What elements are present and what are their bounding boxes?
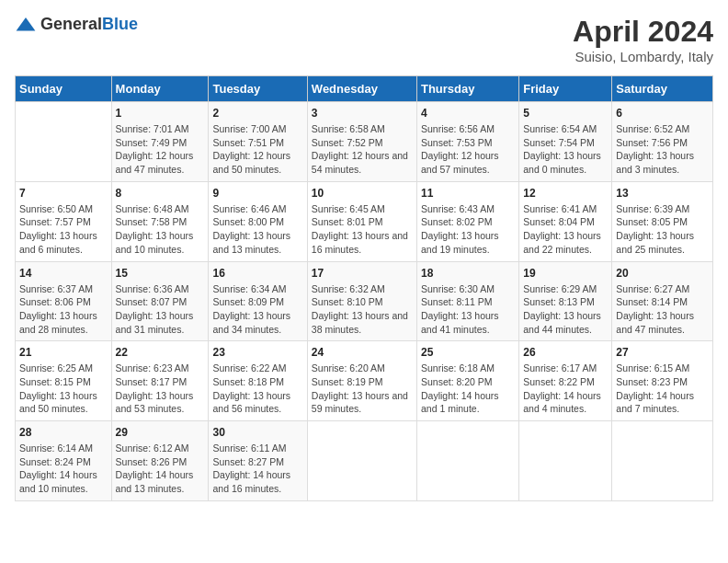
calendar-week-row: 28Sunrise: 6:14 AMSunset: 8:24 PMDayligh…	[16, 421, 713, 501]
day-detail: Sunrise: 6:52 AMSunset: 7:56 PMDaylight:…	[616, 122, 709, 177]
day-number: 22	[116, 346, 205, 359]
day-detail: Sunrise: 6:50 AMSunset: 7:57 PMDaylight:…	[19, 202, 108, 257]
day-detail: Sunrise: 6:36 AMSunset: 8:07 PMDaylight:…	[116, 282, 205, 337]
day-of-week-header: Tuesday	[209, 76, 307, 102]
calendar-cell	[519, 421, 612, 501]
calendar-cell: 26Sunrise: 6:17 AMSunset: 8:22 PMDayligh…	[519, 341, 612, 421]
calendar-week-row: 21Sunrise: 6:25 AMSunset: 8:15 PMDayligh…	[16, 341, 713, 421]
calendar-cell: 25Sunrise: 6:18 AMSunset: 8:20 PMDayligh…	[416, 341, 518, 421]
day-of-week-header: Saturday	[612, 76, 713, 102]
calendar-header-row: SundayMondayTuesdayWednesdayThursdayFrid…	[16, 76, 713, 102]
calendar-cell: 8Sunrise: 6:48 AMSunset: 7:58 PMDaylight…	[111, 181, 209, 261]
calendar-week-row: 14Sunrise: 6:37 AMSunset: 8:06 PMDayligh…	[16, 261, 713, 341]
page-header: GeneralBlue April 2024 Suisio, Lombardy,…	[15, 15, 713, 64]
day-number: 12	[523, 187, 608, 200]
day-number: 19	[523, 267, 608, 280]
calendar-week-row: 7Sunrise: 6:50 AMSunset: 7:57 PMDaylight…	[16, 181, 713, 261]
calendar-cell: 18Sunrise: 6:30 AMSunset: 8:11 PMDayligh…	[416, 261, 518, 341]
day-number: 30	[212, 426, 302, 439]
calendar-cell: 1Sunrise: 7:01 AMSunset: 7:49 PMDaylight…	[111, 102, 209, 182]
calendar-cell	[416, 421, 518, 501]
day-number: 16	[212, 267, 302, 280]
day-detail: Sunrise: 6:11 AMSunset: 8:27 PMDaylight:…	[212, 442, 302, 496]
day-detail: Sunrise: 6:43 AMSunset: 8:02 PMDaylight:…	[421, 202, 515, 257]
day-number: 28	[19, 426, 108, 439]
logo-text: GeneralBlue	[40, 15, 138, 34]
day-number: 18	[421, 267, 515, 280]
calendar-cell: 16Sunrise: 6:34 AMSunset: 8:09 PMDayligh…	[209, 261, 307, 341]
day-number: 1	[116, 107, 205, 120]
logo-icon	[15, 16, 37, 34]
day-detail: Sunrise: 6:41 AMSunset: 8:04 PMDaylight:…	[523, 202, 608, 257]
day-detail: Sunrise: 6:56 AMSunset: 7:53 PMDaylight:…	[421, 122, 515, 177]
calendar-cell: 10Sunrise: 6:45 AMSunset: 8:01 PMDayligh…	[307, 181, 416, 261]
day-detail: Sunrise: 6:46 AMSunset: 8:00 PMDaylight:…	[212, 202, 302, 257]
day-detail: Sunrise: 6:25 AMSunset: 8:15 PMDaylight:…	[19, 362, 108, 416]
day-detail: Sunrise: 6:27 AMSunset: 8:14 PMDaylight:…	[616, 282, 709, 337]
day-number: 8	[116, 187, 205, 200]
svg-marker-0	[17, 17, 36, 30]
calendar-cell: 15Sunrise: 6:36 AMSunset: 8:07 PMDayligh…	[111, 261, 209, 341]
day-of-week-header: Monday	[111, 76, 209, 102]
calendar-cell: 5Sunrise: 6:54 AMSunset: 7:54 PMDaylight…	[519, 102, 612, 182]
location: Suisio, Lombardy, Italy	[573, 49, 713, 64]
day-of-week-header: Sunday	[16, 76, 112, 102]
calendar-cell: 7Sunrise: 6:50 AMSunset: 7:57 PMDaylight…	[16, 181, 112, 261]
calendar-cell: 20Sunrise: 6:27 AMSunset: 8:14 PMDayligh…	[612, 261, 713, 341]
calendar-cell: 11Sunrise: 6:43 AMSunset: 8:02 PMDayligh…	[416, 181, 518, 261]
calendar-cell: 13Sunrise: 6:39 AMSunset: 8:05 PMDayligh…	[612, 181, 713, 261]
day-detail: Sunrise: 6:32 AMSunset: 8:10 PMDaylight:…	[312, 282, 413, 337]
day-detail: Sunrise: 6:12 AMSunset: 8:26 PMDaylight:…	[116, 442, 205, 496]
day-number: 25	[421, 346, 515, 359]
day-number: 15	[116, 267, 205, 280]
calendar-cell: 4Sunrise: 6:56 AMSunset: 7:53 PMDaylight…	[416, 102, 518, 182]
day-number: 9	[212, 187, 302, 200]
day-detail: Sunrise: 6:29 AMSunset: 8:13 PMDaylight:…	[523, 282, 608, 337]
day-detail: Sunrise: 6:58 AMSunset: 7:52 PMDaylight:…	[312, 122, 413, 177]
calendar-cell: 27Sunrise: 6:15 AMSunset: 8:23 PMDayligh…	[612, 341, 713, 421]
day-number: 4	[421, 107, 515, 120]
day-number: 14	[19, 267, 108, 280]
day-number: 10	[312, 187, 413, 200]
day-number: 3	[312, 107, 413, 120]
day-number: 24	[312, 346, 413, 359]
day-number: 29	[116, 426, 205, 439]
day-number: 17	[312, 267, 413, 280]
day-number: 27	[616, 346, 709, 359]
day-detail: Sunrise: 6:34 AMSunset: 8:09 PMDaylight:…	[212, 282, 302, 337]
day-detail: Sunrise: 6:48 AMSunset: 7:58 PMDaylight:…	[116, 202, 205, 257]
calendar-table: SundayMondayTuesdayWednesdayThursdayFrid…	[15, 75, 713, 501]
day-number: 7	[19, 187, 108, 200]
calendar-cell: 30Sunrise: 6:11 AMSunset: 8:27 PMDayligh…	[209, 421, 307, 501]
calendar-cell	[16, 102, 112, 182]
calendar-cell: 6Sunrise: 6:52 AMSunset: 7:56 PMDaylight…	[612, 102, 713, 182]
day-detail: Sunrise: 6:23 AMSunset: 8:17 PMDaylight:…	[116, 362, 205, 416]
day-number: 6	[616, 107, 709, 120]
day-detail: Sunrise: 6:17 AMSunset: 8:22 PMDaylight:…	[523, 362, 608, 416]
day-detail: Sunrise: 6:30 AMSunset: 8:11 PMDaylight:…	[421, 282, 515, 337]
day-detail: Sunrise: 6:45 AMSunset: 8:01 PMDaylight:…	[312, 202, 413, 257]
day-number: 13	[616, 187, 709, 200]
day-detail: Sunrise: 6:14 AMSunset: 8:24 PMDaylight:…	[19, 442, 108, 496]
calendar-cell: 14Sunrise: 6:37 AMSunset: 8:06 PMDayligh…	[16, 261, 112, 341]
day-detail: Sunrise: 6:37 AMSunset: 8:06 PMDaylight:…	[19, 282, 108, 337]
day-detail: Sunrise: 6:22 AMSunset: 8:18 PMDaylight:…	[212, 362, 302, 416]
day-detail: Sunrise: 6:15 AMSunset: 8:23 PMDaylight:…	[616, 362, 709, 416]
day-detail: Sunrise: 6:20 AMSunset: 8:19 PMDaylight:…	[312, 362, 413, 416]
logo-blue: Blue	[102, 15, 138, 33]
calendar-cell: 28Sunrise: 6:14 AMSunset: 8:24 PMDayligh…	[16, 421, 112, 501]
calendar-cell: 24Sunrise: 6:20 AMSunset: 8:19 PMDayligh…	[307, 341, 416, 421]
calendar-cell: 29Sunrise: 6:12 AMSunset: 8:26 PMDayligh…	[111, 421, 209, 501]
calendar-cell: 17Sunrise: 6:32 AMSunset: 8:10 PMDayligh…	[307, 261, 416, 341]
day-number: 2	[212, 107, 302, 120]
calendar-week-row: 1Sunrise: 7:01 AMSunset: 7:49 PMDaylight…	[16, 102, 713, 182]
calendar-cell: 12Sunrise: 6:41 AMSunset: 8:04 PMDayligh…	[519, 181, 612, 261]
month-title: April 2024	[573, 15, 713, 49]
logo: GeneralBlue	[15, 15, 138, 34]
day-number: 20	[616, 267, 709, 280]
day-of-week-header: Friday	[519, 76, 612, 102]
calendar-cell: 9Sunrise: 6:46 AMSunset: 8:00 PMDaylight…	[209, 181, 307, 261]
calendar-cell: 3Sunrise: 6:58 AMSunset: 7:52 PMDaylight…	[307, 102, 416, 182]
calendar-cell	[612, 421, 713, 501]
day-of-week-header: Wednesday	[307, 76, 416, 102]
